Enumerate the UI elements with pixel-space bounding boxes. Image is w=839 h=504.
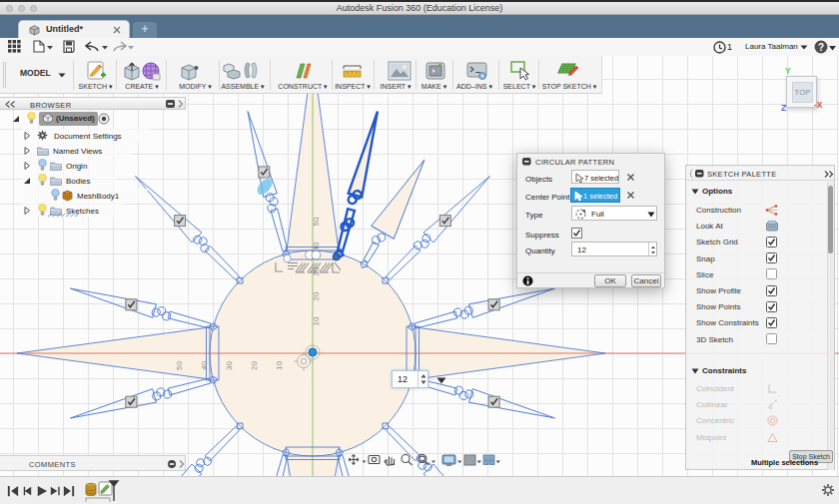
svg-text:50: 50 [312,217,321,226]
svg-text:30: 30 [225,360,234,369]
svg-text:10: 10 [275,360,284,369]
svg-text:40: 40 [312,242,321,251]
svg-text:20: 20 [312,291,321,300]
svg-text:?: ? [818,42,824,53]
svg-text:10: 10 [312,316,321,325]
svg-text:40: 40 [200,360,209,369]
svg-text:20: 20 [250,360,259,369]
svg-text:30: 30 [312,266,321,275]
svg-text:50: 50 [175,360,184,369]
